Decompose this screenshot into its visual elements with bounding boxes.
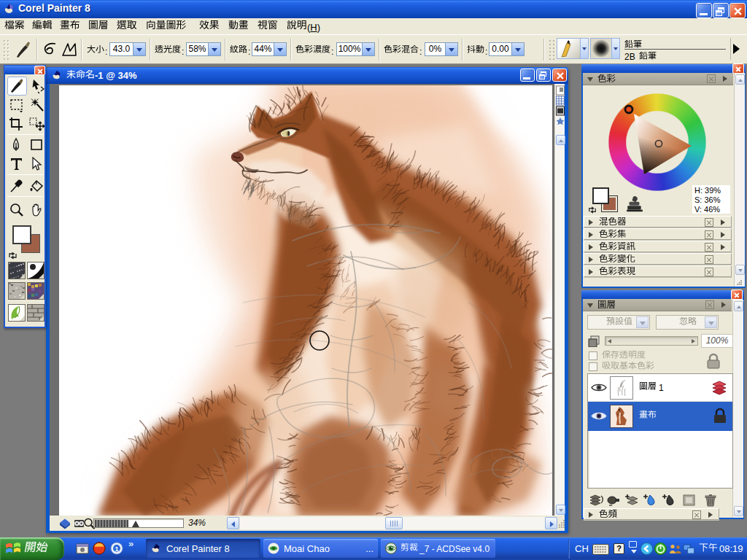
svg-text:1: 1	[115, 545, 118, 553]
